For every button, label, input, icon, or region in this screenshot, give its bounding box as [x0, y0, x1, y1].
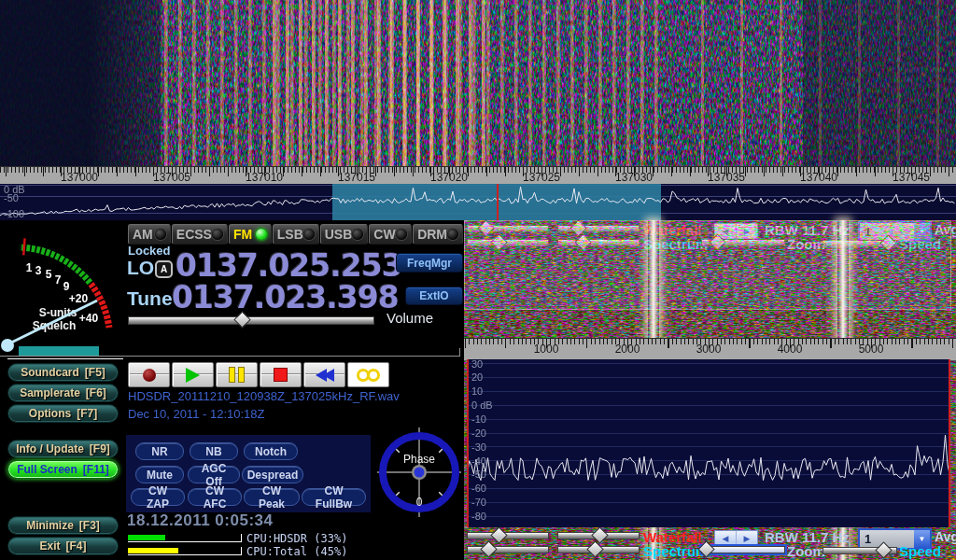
lo-label: LO: [127, 257, 154, 279]
nr-button[interactable]: NR: [135, 442, 184, 460]
freqmgr-button[interactable]: FreqMgr: [396, 253, 463, 273]
cpu-total-label: CPU:Total (45%): [246, 545, 347, 558]
scroll-right-icon[interactable]: ▶: [736, 531, 757, 545]
mode-ecss-button[interactable]: ECSS: [172, 224, 228, 245]
tune-frequency-value[interactable]: 0137.023.398: [172, 279, 399, 315]
fullscreen-label: Full Screen: [17, 463, 77, 476]
mode-lsb-button[interactable]: LSB: [273, 224, 319, 245]
audio-freq-label-3: 4000: [778, 343, 803, 356]
minimize-button[interactable]: Minimize [F3]: [7, 516, 119, 535]
mode-am-led: [155, 229, 166, 240]
meter-underline: [7, 358, 123, 359]
phase-indicator: Phase 0: [377, 422, 461, 519]
options-button[interactable]: Options [F7]: [7, 404, 119, 423]
spectrum-ref-slider-2[interactable]: [467, 546, 549, 553]
stop-button[interactable]: [260, 362, 302, 387]
agc-off-button[interactable]: AGC Off: [188, 466, 240, 483]
pause-icon: [229, 367, 245, 383]
audio-waterfall-display[interactable]: [464, 220, 951, 310]
mute-button[interactable]: Mute: [135, 466, 184, 483]
waterfall-brightness-slider-2[interactable]: [467, 532, 549, 539]
smeter-tick-3: 3: [35, 264, 42, 277]
audio-db-label-4: -10: [471, 413, 486, 425]
smeter-tick-5: 5: [46, 268, 52, 281]
spectrum-range-slider-2[interactable]: [557, 546, 640, 553]
audio-db-label-2: 10: [471, 385, 483, 397]
cpu-hdsdr-bar: [128, 534, 242, 542]
play-button[interactable]: [172, 362, 214, 387]
smeter-tick-40: +40: [79, 312, 99, 325]
main-waterfall-display[interactable]: [0, 0, 956, 166]
mode-fm-button[interactable]: FM: [229, 224, 272, 245]
speed-slider-bottom[interactable]: [822, 547, 897, 554]
datetime-display: 18.12.2011 0:05:34: [127, 511, 273, 530]
freq-label-3: 137015: [338, 171, 375, 184]
main-spectrum-display[interactable]: 0 dB -50 -100: [0, 184, 956, 220]
cw-peak-button[interactable]: CW Peak: [244, 488, 300, 506]
cw-fullbw-button[interactable]: CW FullBw: [302, 488, 366, 506]
mode-ecss-led: [212, 229, 223, 240]
cpu-total-bar: [128, 547, 242, 555]
mode-am-button[interactable]: AM: [128, 224, 171, 245]
stop-icon: [274, 368, 288, 382]
audio-waterfall-tint: [464, 220, 951, 310]
audio-spectrum-display[interactable]: 3020100 dB-10-20-30-40-50-60-70-80: [467, 359, 950, 527]
mode-lsb-label: LSB: [277, 227, 303, 242]
info-update-label: Info / Update: [16, 442, 84, 455]
mode-drm-label: DRM: [417, 227, 447, 242]
cw-zap-button[interactable]: CW ZAP: [131, 488, 185, 506]
zoom-slider-bottom[interactable]: [701, 546, 785, 553]
audio-spectrum-trace: [467, 359, 950, 527]
freq-label-4: 137020: [430, 171, 468, 184]
carrier-stripe-2: [837, 220, 849, 310]
despread-button[interactable]: Despread: [242, 466, 303, 483]
record-button[interactable]: [128, 362, 170, 387]
audio-db-label-6: -30: [471, 441, 486, 453]
audio-db-label-9: -60: [471, 483, 486, 494]
exit-button[interactable]: Exit [F4]: [7, 537, 119, 555]
freq-label-0: 137000: [61, 171, 98, 184]
freq-label-7: 137035: [708, 171, 745, 184]
samplerate-button[interactable]: Samplerate [F6]: [7, 384, 119, 402]
waterfall-contrast-slider-2[interactable]: [557, 532, 640, 539]
waterfall-quiet-left: [0, 0, 161, 166]
record-icon: [143, 369, 156, 382]
notch-button[interactable]: Notch: [244, 442, 298, 460]
lo-a-badge[interactable]: A: [155, 260, 173, 278]
nb-button[interactable]: NB: [190, 442, 238, 460]
pause-button[interactable]: [216, 362, 258, 387]
carrier-stripe-1: [648, 220, 659, 310]
rewind-button[interactable]: [303, 362, 345, 387]
audio-db-label-11: -80: [471, 511, 486, 522]
audio-freq-label-2: 3000: [696, 343, 722, 356]
mode-drm-button[interactable]: DRM: [413, 224, 463, 245]
smeter-tick-20: +20: [69, 292, 89, 305]
soundcard-key: [F5]: [85, 366, 105, 379]
cw-afc-button[interactable]: CW AFC: [188, 488, 242, 506]
soundcard-button[interactable]: Soundcard [F5]: [7, 363, 119, 382]
waterfall-strong-signals: [266, 0, 490, 166]
mode-lsb-led: [303, 229, 315, 240]
smeter-tick-1: 1: [26, 261, 33, 274]
mode-usb-button[interactable]: USB: [320, 224, 369, 245]
audio-db-label-10: -70: [471, 497, 486, 508]
panel-divider-line: [0, 356, 460, 357]
freq-label-2: 137010: [246, 171, 283, 184]
exit-label: Exit: [39, 539, 60, 553]
audio-db-label-0: 30: [471, 359, 483, 370]
waterfall-scroll-control-2[interactable]: ◀▶: [714, 530, 758, 546]
info-update-button[interactable]: Info / Update [F9]: [7, 440, 119, 458]
hdsdr-window: 1370001370051370101370151370201370251370…: [0, 0, 956, 560]
main-frequency-scale[interactable]: 1370001370051370101370151370201370251370…: [0, 166, 956, 186]
volume-slider[interactable]: [128, 316, 374, 325]
tune-cursor-line[interactable]: [497, 184, 499, 220]
extio-button[interactable]: ExtIO: [405, 287, 463, 305]
mode-cw-button[interactable]: CW: [369, 224, 412, 245]
phase-value: 0: [416, 496, 423, 509]
dsp-panel: NR NB Notch Mute AGC Off Despread CW ZAP…: [126, 435, 371, 512]
audio-frequency-scale[interactable]: 10002000300040005000: [464, 338, 956, 361]
loop-button[interactable]: [347, 362, 389, 387]
audio-left-marker: [467, 359, 469, 527]
fullscreen-button[interactable]: Full Screen [F11]: [7, 460, 119, 479]
scroll-left-icon[interactable]: ◀: [715, 531, 736, 545]
